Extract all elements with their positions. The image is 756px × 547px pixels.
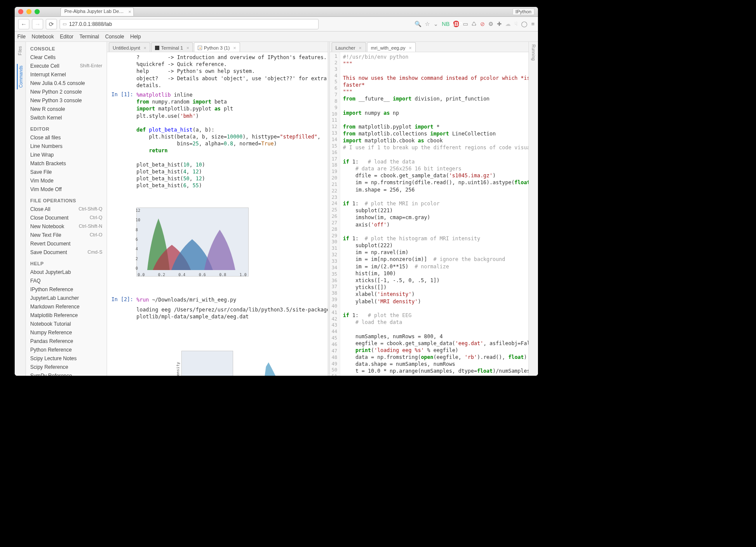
- banner-text: ? -> Introduction and overview of IPytho…: [136, 54, 327, 89]
- sidebar-item[interactable]: New Text FileCtrl-O: [26, 231, 107, 239]
- sidebar-item[interactable]: New Python 2 console: [26, 88, 107, 96]
- plot-output-1: 0246810120.00.20.40.60.81.0: [111, 192, 323, 294]
- nb-icon[interactable]: NB: [442, 21, 449, 27]
- close-tab-icon[interactable]: ×: [128, 9, 131, 14]
- sidebar-item[interactable]: Save DocumentCmd-S: [26, 248, 107, 257]
- sidebar-item[interactable]: FAQ: [26, 277, 107, 285]
- sidebar-item[interactable]: Close DocumentCtrl-Q: [26, 214, 107, 222]
- minimize-window-icon[interactable]: [26, 9, 32, 14]
- right-dock: Launcher× mri_with_eeg.py× 1 2 3 4 5 6 7…: [330, 42, 528, 376]
- user-icon[interactable]: ◯: [521, 21, 528, 27]
- left-rail: Files Commands: [15, 42, 26, 376]
- pocket-icon[interactable]: ⌄: [433, 21, 438, 27]
- close-icon[interactable]: ×: [409, 45, 411, 50]
- menu-notebook[interactable]: Notebook: [32, 34, 54, 40]
- search-icon[interactable]: 🔍: [414, 21, 421, 27]
- sidebar-section-header: CONSOLE: [26, 42, 107, 53]
- code-content[interactable]: #!/usr/bin/env python """ This now uses …: [340, 52, 528, 376]
- sidebar-item[interactable]: Scipy Reference: [26, 363, 107, 371]
- sidebar-item[interactable]: Scipy Lecture Notes: [26, 354, 107, 363]
- sidebar-item[interactable]: Pandas Reference: [26, 337, 107, 346]
- tab-untitled[interactable]: Untitled.ipynt×: [109, 42, 150, 52]
- browser-tab[interactable]: Pre-Alpha Jupyter Lab De… ×: [60, 7, 134, 16]
- sidebar-item-label: Python Reference: [30, 347, 72, 353]
- close-window-icon[interactable]: [18, 9, 23, 14]
- tab-terminal[interactable]: Terminal 1×: [151, 42, 193, 52]
- sidebar-item[interactable]: New NotebookCtrl-Shift-N: [26, 222, 107, 231]
- sidebar-item[interactable]: Vim Mode Off: [26, 185, 107, 194]
- sidebar-item[interactable]: About JupyterLab: [26, 268, 107, 277]
- sidebar-item[interactable]: Save File: [26, 168, 107, 176]
- rail-tab-files[interactable]: Files: [18, 44, 22, 57]
- chat-icon[interactable]: ▭: [463, 21, 468, 27]
- sidebar-item[interactable]: Close AllCtrl-Shift-Q: [26, 205, 107, 214]
- sidebar-item[interactable]: Execute CellShift-Enter: [26, 62, 107, 70]
- eeg-figure-cell: MRI density -1.0-0.50.00.: [111, 323, 323, 376]
- adblock-icon[interactable]: ABP: [453, 21, 459, 27]
- sidebar-item[interactable]: New Python 3 console: [26, 96, 107, 105]
- sidebar-item[interactable]: Revert Document: [26, 239, 107, 248]
- sidebar-item-label: Pandas Reference: [30, 338, 73, 344]
- code-editor[interactable]: 1 2 3 4 5 6 7 8 9 10 11 12 13 14 15 16 1…: [330, 52, 528, 376]
- eeg-figure: MRI density -1.0-0.50.00.: [136, 336, 253, 376]
- sidebar-item[interactable]: New R console: [26, 105, 107, 113]
- sidebar-item[interactable]: Switch Kernel: [26, 113, 107, 122]
- address-bar[interactable]: ▭ 127.0.0.1:8888/lab: [60, 19, 319, 29]
- sidebar-item-label: Interrupt Kernel: [30, 72, 66, 78]
- notebook-body[interactable]: ? -> Introduction and overview of IPytho…: [107, 52, 328, 376]
- menu-editor[interactable]: Editor: [60, 34, 73, 40]
- sidebar-item[interactable]: Close all files: [26, 133, 107, 142]
- sidebar-item[interactable]: Markdown Reference: [26, 302, 107, 311]
- sidebar-item[interactable]: Matplotlib Reference: [26, 311, 107, 320]
- menu-file[interactable]: File: [17, 34, 25, 40]
- app-window: Pre-Alpha Jupyter Lab De… × IPython ← → …: [15, 7, 538, 376]
- sidebar-item[interactable]: Vim Mode: [26, 176, 107, 185]
- tab-label: mri_with_eeg.py: [371, 45, 405, 50]
- menu-help[interactable]: Help: [130, 34, 141, 40]
- menu-terminal[interactable]: Terminal: [79, 34, 99, 40]
- sidebar-item-label: Scipy Reference: [30, 364, 68, 370]
- tab-launcher[interactable]: Launcher×: [332, 42, 366, 52]
- hand-icon[interactable]: ☟: [514, 21, 518, 27]
- close-icon[interactable]: ×: [187, 45, 189, 50]
- sidebar-item-label: Clear Cells: [30, 54, 56, 60]
- sidebar-item[interactable]: Python Reference: [26, 346, 107, 354]
- close-icon[interactable]: ×: [359, 45, 361, 50]
- cloud-icon[interactable]: ☁: [505, 21, 511, 27]
- sidebar-item-label: New Python 2 console: [30, 89, 82, 95]
- sidebar-item[interactable]: Clear Cells: [26, 53, 107, 62]
- reload-button[interactable]: ⟳: [46, 19, 57, 29]
- sidebar-item[interactable]: Notebook Tutorial: [26, 320, 107, 328]
- sidebar-item[interactable]: SymPy Reference: [26, 371, 107, 376]
- sidebar-item[interactable]: Match Brackets: [26, 159, 107, 168]
- url-text: 127.0.0.1:8888/lab: [69, 21, 112, 27]
- sidebar-item-label: New R console: [30, 106, 65, 112]
- tab-mri-file[interactable]: mri_with_eeg.py×: [367, 42, 416, 52]
- rail-tab-running[interactable]: Running: [531, 44, 536, 60]
- sidebar-item-shortcut: Ctrl-Q: [90, 215, 102, 221]
- menu-icon[interactable]: ≡: [531, 21, 535, 27]
- ipython-badge: IPython: [512, 8, 535, 15]
- sidebar-item[interactable]: Numpy Reference: [26, 328, 107, 337]
- sidebar-item[interactable]: Line Numbers: [26, 142, 107, 151]
- sidebar-item-label: About JupyterLab: [30, 269, 71, 275]
- rail-tab-commands[interactable]: Commands: [17, 64, 23, 89]
- sidebar-item[interactable]: JupyterLab Launcher: [26, 294, 107, 302]
- back-button[interactable]: ←: [18, 19, 29, 29]
- close-icon[interactable]: ×: [144, 45, 146, 50]
- sidebar-item[interactable]: Line Wrap: [26, 151, 107, 159]
- plus-icon[interactable]: ✚: [497, 21, 502, 27]
- sidebar-item[interactable]: Interrupt Kernel: [26, 70, 107, 79]
- zoom-window-icon[interactable]: [35, 9, 40, 14]
- menu-console[interactable]: Console: [105, 34, 124, 40]
- sidebar-item[interactable]: New Julia 0.4.5 console: [26, 79, 107, 88]
- forward-button[interactable]: →: [32, 19, 43, 29]
- close-icon[interactable]: ×: [233, 45, 236, 50]
- recycle-icon[interactable]: ♺: [471, 21, 477, 27]
- block-icon[interactable]: ⊘: [480, 21, 485, 27]
- sidebar-item[interactable]: IPython Reference: [26, 285, 107, 294]
- tab-python3[interactable]: Python 3 (1)×: [194, 42, 240, 52]
- star-icon[interactable]: ☆: [425, 21, 430, 27]
- gear-icon[interactable]: ⚙: [488, 21, 493, 27]
- app-menubar: File Notebook Editor Terminal Console He…: [15, 31, 538, 42]
